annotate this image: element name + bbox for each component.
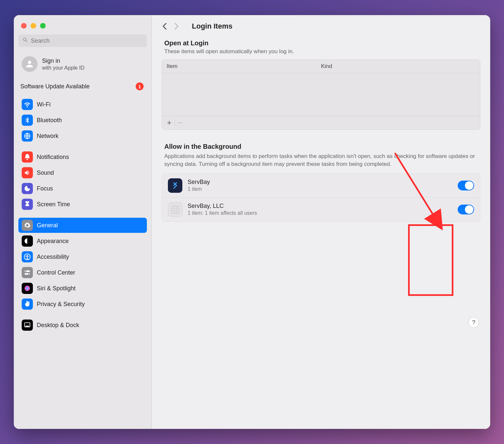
back-button[interactable] xyxy=(162,22,168,31)
background-item-detail: 1 item xyxy=(188,186,452,192)
search-icon xyxy=(22,37,28,44)
sidebar-item-label: Privacy & Security xyxy=(37,301,85,308)
svg-rect-11 xyxy=(172,206,179,213)
add-login-item-button[interactable] xyxy=(164,118,174,128)
sidebar-item-control-center[interactable]: Control Center xyxy=(18,265,147,280)
hourglass-icon xyxy=(22,199,33,210)
content-pane: Login Items Open at Login These items wi… xyxy=(152,15,490,429)
software-update-row[interactable]: Software Update Available 1 xyxy=(18,80,147,97)
avatar xyxy=(22,56,37,72)
appearance-icon xyxy=(22,235,33,247)
open-at-login-subtitle: These items will open automatically when… xyxy=(162,47,480,59)
sidebar-item-label: General xyxy=(37,222,58,229)
hand-icon xyxy=(22,299,33,310)
sidebar-item-sound[interactable]: Sound xyxy=(18,165,147,180)
app-icon xyxy=(168,202,182,217)
dock-icon xyxy=(22,320,33,331)
update-label: Software Update Available xyxy=(20,83,132,90)
sidebar-item-label: Focus xyxy=(37,185,53,192)
sidebar: Sign in with your Apple ID Software Upda… xyxy=(14,15,152,429)
background-item-row: ServBay1 item xyxy=(162,174,480,198)
page-title: Login Items xyxy=(192,22,232,31)
svg-point-8 xyxy=(25,286,30,291)
close-window-button[interactable] xyxy=(21,23,27,29)
sidebar-item-focus[interactable]: Focus xyxy=(18,181,147,196)
search-input[interactable] xyxy=(31,37,143,44)
column-kind: Kind xyxy=(321,63,475,70)
siri-icon xyxy=(22,283,33,294)
remove-login-item-button[interactable] xyxy=(175,118,185,128)
background-item-toggle[interactable] xyxy=(458,205,474,214)
content-header: Login Items xyxy=(162,22,480,39)
sidebar-item-wi-fi[interactable]: Wi-Fi xyxy=(18,97,147,112)
search-box[interactable] xyxy=(18,34,147,47)
background-item-name: ServBay xyxy=(188,179,452,186)
sidebar-item-appearance[interactable]: Appearance xyxy=(18,233,147,249)
background-subtitle: Applications add background items to per… xyxy=(162,150,480,173)
sidebar-item-label: Accessibility xyxy=(37,254,69,260)
zoom-window-button[interactable] xyxy=(40,23,46,29)
sidebar-item-desktop-dock[interactable]: Desktop & Dock xyxy=(18,318,147,333)
wifi-icon xyxy=(22,99,33,110)
bluetooth-icon xyxy=(22,115,33,126)
update-badge: 1 xyxy=(136,82,144,90)
sidebar-item-label: Wi-Fi xyxy=(37,101,51,108)
sidebar-item-network[interactable]: Network xyxy=(18,128,147,144)
login-items-header: Item Kind xyxy=(162,60,480,73)
forward-button[interactable] xyxy=(173,22,179,31)
background-item-row: ServBay, LLC1 item: 1 item affects all u… xyxy=(162,198,480,221)
accessibility-icon xyxy=(22,251,33,262)
gear-icon xyxy=(22,220,33,231)
sidebar-item-general[interactable]: General xyxy=(18,218,147,233)
sidebar-item-screen-time[interactable]: Screen Time xyxy=(18,197,147,212)
signin-subtitle: with your Apple ID xyxy=(42,65,84,71)
signin-text: Sign in with your Apple ID xyxy=(42,57,84,71)
svg-point-3 xyxy=(27,255,28,256)
login-items-footer xyxy=(162,116,480,129)
sidebar-item-label: Appearance xyxy=(37,238,69,245)
sidebar-item-accessibility[interactable]: Accessibility xyxy=(18,249,147,264)
svg-rect-10 xyxy=(26,326,29,327)
background-item-name: ServBay, LLC xyxy=(188,203,452,210)
window-controls xyxy=(18,22,147,34)
open-at-login-title: Open at Login xyxy=(162,39,480,47)
sidebar-item-label: Screen Time xyxy=(37,201,70,208)
svg-point-6 xyxy=(25,271,27,272)
bell-icon xyxy=(22,151,33,163)
network-icon xyxy=(22,130,33,142)
background-items-list: ServBay1 itemServBay, LLC1 item: 1 item … xyxy=(162,173,480,222)
signin-row[interactable]: Sign in with your Apple ID xyxy=(18,54,147,80)
signin-title: Sign in xyxy=(42,57,84,64)
login-items-table: Item Kind xyxy=(162,59,480,130)
sidebar-item-label: Control Center xyxy=(37,269,75,276)
moon-icon xyxy=(22,183,33,194)
switches-icon xyxy=(22,267,33,278)
background-item-toggle[interactable] xyxy=(458,181,474,190)
sidebar-item-privacy-security[interactable]: Privacy & Security xyxy=(18,297,147,312)
sidebar-item-siri-spotlight[interactable]: Siri & Spotlight xyxy=(18,281,147,296)
help-button[interactable]: ? xyxy=(469,317,479,328)
sidebar-item-label: Network xyxy=(37,133,58,140)
settings-window: Sign in with your Apple ID Software Upda… xyxy=(14,15,490,429)
sidebar-item-label: Desktop & Dock xyxy=(37,322,79,329)
sound-icon xyxy=(22,167,33,178)
sidebar-item-label: Siri & Spotlight xyxy=(37,285,76,292)
login-items-body xyxy=(162,73,480,116)
app-icon xyxy=(168,178,182,193)
column-item: Item xyxy=(167,63,321,70)
sidebar-item-bluetooth[interactable]: Bluetooth xyxy=(18,113,147,128)
background-item-detail: 1 item: 1 item affects all users xyxy=(188,210,452,216)
sidebar-item-label: Notifications xyxy=(37,154,69,161)
sidebar-item-notifications[interactable]: Notifications xyxy=(18,149,147,165)
svg-point-7 xyxy=(28,273,30,275)
background-title: Allow in the Background xyxy=(162,143,480,150)
sidebar-item-label: Sound xyxy=(37,169,54,176)
minimize-window-button[interactable] xyxy=(31,23,36,29)
sidebar-item-label: Bluetooth xyxy=(37,117,62,124)
annotation-rectangle xyxy=(408,224,453,296)
